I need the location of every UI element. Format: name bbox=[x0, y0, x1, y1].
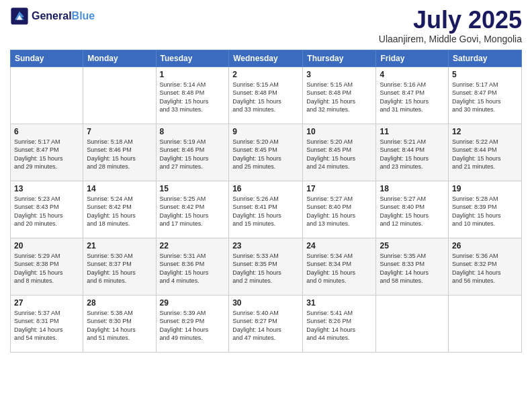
day-number: 12 bbox=[452, 127, 518, 136]
day-number: 2 bbox=[232, 70, 299, 79]
calendar-cell: 1Sunrise: 5:14 AM Sunset: 8:48 PM Daylig… bbox=[156, 66, 229, 124]
day-number: 22 bbox=[160, 241, 226, 250]
calendar-cell: 19Sunrise: 5:28 AM Sunset: 8:39 PM Dayli… bbox=[449, 181, 522, 238]
calendar-cell: 12Sunrise: 5:22 AM Sunset: 8:44 PM Dayli… bbox=[449, 124, 522, 181]
day-number: 21 bbox=[87, 241, 152, 250]
calendar-header-friday: Friday bbox=[376, 50, 449, 66]
day-info: Sunrise: 5:27 AM Sunset: 8:40 PM Dayligh… bbox=[306, 195, 372, 228]
day-number: 28 bbox=[87, 298, 152, 308]
calendar-cell: 18Sunrise: 5:27 AM Sunset: 8:40 PM Dayli… bbox=[376, 181, 449, 238]
day-info: Sunrise: 5:25 AM Sunset: 8:42 PM Dayligh… bbox=[160, 195, 226, 228]
day-info: Sunrise: 5:38 AM Sunset: 8:30 PM Dayligh… bbox=[87, 309, 152, 342]
logo: GeneralBlue bbox=[10, 7, 95, 26]
day-info: Sunrise: 5:40 AM Sunset: 8:27 PM Dayligh… bbox=[232, 309, 299, 342]
subtitle: Ulaanjirem, Middle Govi, Mongolia bbox=[379, 34, 522, 44]
calendar-cell: 25Sunrise: 5:35 AM Sunset: 8:33 PM Dayli… bbox=[376, 238, 449, 295]
day-number: 4 bbox=[380, 70, 445, 79]
calendar-cell: 5Sunrise: 5:17 AM Sunset: 8:47 PM Daylig… bbox=[449, 66, 522, 124]
day-info: Sunrise: 5:18 AM Sunset: 8:46 PM Dayligh… bbox=[87, 138, 152, 171]
day-number: 30 bbox=[232, 298, 299, 308]
calendar-cell: 31Sunrise: 5:41 AM Sunset: 8:26 PM Dayli… bbox=[303, 295, 376, 352]
day-info: Sunrise: 5:15 AM Sunset: 8:48 PM Dayligh… bbox=[306, 81, 372, 114]
day-info: Sunrise: 5:34 AM Sunset: 8:34 PM Dayligh… bbox=[306, 252, 372, 285]
calendar-cell: 29Sunrise: 5:39 AM Sunset: 8:29 PM Dayli… bbox=[156, 295, 229, 352]
day-info: Sunrise: 5:24 AM Sunset: 8:42 PM Dayligh… bbox=[87, 195, 152, 228]
calendar-cell: 28Sunrise: 5:38 AM Sunset: 8:30 PM Dayli… bbox=[83, 295, 156, 352]
day-info: Sunrise: 5:23 AM Sunset: 8:43 PM Dayligh… bbox=[14, 195, 79, 228]
calendar-cell bbox=[449, 295, 522, 352]
calendar-cell: 15Sunrise: 5:25 AM Sunset: 8:42 PM Dayli… bbox=[156, 181, 229, 238]
day-info: Sunrise: 5:20 AM Sunset: 8:45 PM Dayligh… bbox=[232, 138, 299, 171]
calendar-week-5: 27Sunrise: 5:37 AM Sunset: 8:31 PM Dayli… bbox=[11, 295, 522, 352]
calendar-cell: 21Sunrise: 5:30 AM Sunset: 8:37 PM Dayli… bbox=[83, 238, 156, 295]
calendar-cell: 17Sunrise: 5:27 AM Sunset: 8:40 PM Dayli… bbox=[303, 181, 376, 238]
day-info: Sunrise: 5:33 AM Sunset: 8:35 PM Dayligh… bbox=[232, 252, 299, 285]
day-number: 9 bbox=[232, 127, 299, 136]
title-block: July 2025 Ulaanjirem, Middle Govi, Mongo… bbox=[379, 7, 522, 44]
calendar-table: SundayMondayTuesdayWednesdayThursdayFrid… bbox=[10, 50, 522, 353]
day-info: Sunrise: 5:17 AM Sunset: 8:47 PM Dayligh… bbox=[14, 138, 79, 171]
calendar-cell: 11Sunrise: 5:21 AM Sunset: 8:44 PM Dayli… bbox=[376, 124, 449, 181]
calendar-cell: 23Sunrise: 5:33 AM Sunset: 8:35 PM Dayli… bbox=[229, 238, 303, 295]
day-number: 23 bbox=[232, 241, 299, 250]
day-number: 27 bbox=[14, 298, 79, 308]
day-info: Sunrise: 5:15 AM Sunset: 8:48 PM Dayligh… bbox=[232, 81, 299, 114]
calendar-cell: 16Sunrise: 5:26 AM Sunset: 8:41 PM Dayli… bbox=[229, 181, 303, 238]
logo-blue: Blue bbox=[72, 10, 95, 21]
day-number: 5 bbox=[452, 70, 518, 79]
main-title: July 2025 bbox=[379, 7, 522, 34]
day-info: Sunrise: 5:27 AM Sunset: 8:40 PM Dayligh… bbox=[380, 195, 445, 228]
logo-text: GeneralBlue bbox=[32, 10, 95, 22]
calendar-header-wednesday: Wednesday bbox=[229, 50, 303, 66]
day-info: Sunrise: 5:30 AM Sunset: 8:37 PM Dayligh… bbox=[87, 252, 152, 285]
day-number: 10 bbox=[306, 127, 372, 136]
calendar-cell bbox=[83, 66, 156, 124]
day-info: Sunrise: 5:36 AM Sunset: 8:32 PM Dayligh… bbox=[452, 252, 518, 285]
logo-general: General bbox=[32, 10, 72, 21]
calendar-cell: 14Sunrise: 5:24 AM Sunset: 8:42 PM Dayli… bbox=[83, 181, 156, 238]
day-info: Sunrise: 5:28 AM Sunset: 8:39 PM Dayligh… bbox=[452, 195, 518, 228]
calendar-header-row: SundayMondayTuesdayWednesdayThursdayFrid… bbox=[11, 50, 522, 66]
day-info: Sunrise: 5:20 AM Sunset: 8:45 PM Dayligh… bbox=[306, 138, 372, 171]
calendar-cell bbox=[11, 66, 83, 124]
page: GeneralBlue July 2025 Ulaanjirem, Middle… bbox=[0, 0, 532, 411]
calendar-cell: 10Sunrise: 5:20 AM Sunset: 8:45 PM Dayli… bbox=[303, 124, 376, 181]
calendar-cell: 26Sunrise: 5:36 AM Sunset: 8:32 PM Dayli… bbox=[449, 238, 522, 295]
day-number: 11 bbox=[380, 127, 445, 136]
day-info: Sunrise: 5:26 AM Sunset: 8:41 PM Dayligh… bbox=[232, 195, 299, 228]
calendar-cell: 9Sunrise: 5:20 AM Sunset: 8:45 PM Daylig… bbox=[229, 124, 303, 181]
day-info: Sunrise: 5:21 AM Sunset: 8:44 PM Dayligh… bbox=[380, 138, 445, 171]
day-info: Sunrise: 5:37 AM Sunset: 8:31 PM Dayligh… bbox=[14, 309, 79, 342]
calendar-cell: 13Sunrise: 5:23 AM Sunset: 8:43 PM Dayli… bbox=[11, 181, 83, 238]
day-info: Sunrise: 5:39 AM Sunset: 8:29 PM Dayligh… bbox=[160, 309, 226, 342]
day-info: Sunrise: 5:17 AM Sunset: 8:47 PM Dayligh… bbox=[452, 81, 518, 114]
calendar-cell: 30Sunrise: 5:40 AM Sunset: 8:27 PM Dayli… bbox=[229, 295, 303, 352]
day-number: 6 bbox=[14, 127, 79, 136]
day-info: Sunrise: 5:29 AM Sunset: 8:38 PM Dayligh… bbox=[14, 252, 79, 285]
day-number: 15 bbox=[160, 184, 226, 193]
calendar-cell: 27Sunrise: 5:37 AM Sunset: 8:31 PM Dayli… bbox=[11, 295, 83, 352]
header: GeneralBlue July 2025 Ulaanjirem, Middle… bbox=[10, 7, 522, 44]
day-info: Sunrise: 5:16 AM Sunset: 8:47 PM Dayligh… bbox=[380, 81, 445, 114]
calendar-week-1: 1Sunrise: 5:14 AM Sunset: 8:48 PM Daylig… bbox=[11, 66, 522, 124]
calendar-week-3: 13Sunrise: 5:23 AM Sunset: 8:43 PM Dayli… bbox=[11, 181, 522, 238]
day-number: 29 bbox=[160, 298, 226, 308]
calendar-cell: 3Sunrise: 5:15 AM Sunset: 8:48 PM Daylig… bbox=[303, 66, 376, 124]
day-info: Sunrise: 5:22 AM Sunset: 8:44 PM Dayligh… bbox=[452, 138, 518, 171]
day-number: 7 bbox=[87, 127, 152, 136]
calendar-cell: 20Sunrise: 5:29 AM Sunset: 8:38 PM Dayli… bbox=[11, 238, 83, 295]
calendar-cell: 4Sunrise: 5:16 AM Sunset: 8:47 PM Daylig… bbox=[376, 66, 449, 124]
calendar-cell: 2Sunrise: 5:15 AM Sunset: 8:48 PM Daylig… bbox=[229, 66, 303, 124]
day-info: Sunrise: 5:14 AM Sunset: 8:48 PM Dayligh… bbox=[160, 81, 226, 114]
day-number: 18 bbox=[380, 184, 445, 193]
day-number: 31 bbox=[306, 298, 372, 308]
calendar-cell: 8Sunrise: 5:19 AM Sunset: 8:46 PM Daylig… bbox=[156, 124, 229, 181]
day-number: 13 bbox=[14, 184, 79, 193]
calendar-header-saturday: Saturday bbox=[449, 50, 522, 66]
calendar-cell: 7Sunrise: 5:18 AM Sunset: 8:46 PM Daylig… bbox=[83, 124, 156, 181]
calendar-cell bbox=[376, 295, 449, 352]
calendar-cell: 24Sunrise: 5:34 AM Sunset: 8:34 PM Dayli… bbox=[303, 238, 376, 295]
day-info: Sunrise: 5:31 AM Sunset: 8:36 PM Dayligh… bbox=[160, 252, 226, 285]
calendar-week-4: 20Sunrise: 5:29 AM Sunset: 8:38 PM Dayli… bbox=[11, 238, 522, 295]
day-number: 16 bbox=[232, 184, 299, 193]
